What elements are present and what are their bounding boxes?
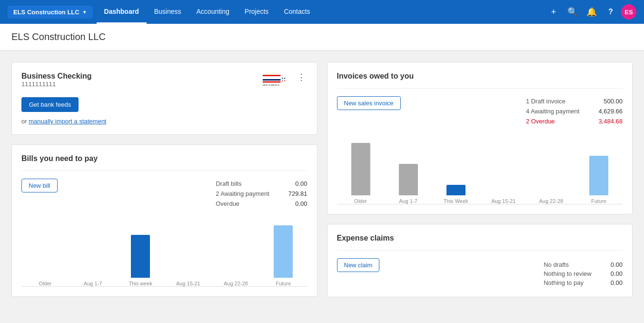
chart-group-aug-15-21: Aug 15-21 bbox=[480, 138, 527, 204]
svg-text:★: ★ bbox=[283, 80, 286, 82]
no-drafts-label: No drafts bbox=[544, 261, 569, 268]
svg-rect-0 bbox=[263, 75, 281, 76]
new-sales-invoice-button[interactable]: New sales invoice bbox=[337, 96, 401, 110]
bills-stats: Draft bills 0.00 2 Awaiting payment 729.… bbox=[216, 179, 307, 209]
svg-rect-3 bbox=[263, 81, 281, 83]
invoices-card: Invoices owed to you New sales invoice 1… bbox=[327, 62, 633, 214]
avatar[interactable]: ES bbox=[621, 4, 636, 20]
chart-group-this-week: This week bbox=[117, 220, 164, 286]
svg-text:BANK OF AMERICA: BANK OF AMERICA bbox=[263, 84, 279, 86]
notifications-button[interactable]: 🔔 bbox=[583, 3, 600, 20]
invoices-stats: 1 Draft invoice 500.00 4 Awaiting paymen… bbox=[526, 96, 623, 126]
bank-of-america-logo: ★ ★ ★ ★ BANK OF AMERICA bbox=[263, 72, 291, 86]
draft-bills-label: Draft bills bbox=[216, 180, 241, 187]
invoices-awaiting-amount: 4,629.66 bbox=[598, 108, 623, 115]
main-content: Business Checking 1111111111 ★ ★ ★ bbox=[0, 50, 644, 309]
nav-projects[interactable]: Projects bbox=[237, 0, 277, 24]
awaiting-payment-label: 2 Awaiting payment bbox=[216, 190, 269, 197]
overdue-label: Overdue bbox=[216, 200, 239, 207]
bills-card: Bills you need to pay New bill Draft bil… bbox=[11, 144, 317, 297]
import-statement-text: or manually import a statement bbox=[21, 118, 307, 125]
awaiting-payment-stat: 2 Awaiting payment 729.81 bbox=[216, 189, 307, 199]
add-button[interactable]: + bbox=[545, 3, 562, 20]
search-icon: 🔍 bbox=[567, 7, 578, 17]
chart-label: Future bbox=[276, 281, 291, 286]
new-bill-button[interactable]: New bill bbox=[21, 179, 58, 192]
bank-checking-card: Business Checking 1111111111 ★ ★ ★ bbox=[11, 62, 317, 135]
chart-group-aug-22-28: Aug 22-28 bbox=[527, 138, 575, 204]
page-title: ELS Construction LLC bbox=[11, 31, 633, 42]
invoices-overdue-stat: 2 Overdue 3,484.68 bbox=[526, 116, 623, 126]
expense-claims-title: Expense claims bbox=[337, 234, 623, 242]
chart-group-this-week: This Week bbox=[432, 138, 480, 204]
invoices-awaiting-stat: 4 Awaiting payment 4,629.66 bbox=[526, 106, 623, 116]
bell-icon: 🔔 bbox=[586, 7, 597, 17]
awaiting-payment-amount: 729.81 bbox=[288, 190, 307, 197]
invoices-card-title: Invoices owed to you bbox=[337, 72, 623, 81]
help-icon: ? bbox=[608, 8, 613, 16]
svg-rect-2 bbox=[263, 79, 281, 81]
chart-bar bbox=[399, 164, 418, 195]
draft-bills-stat: Draft bills 0.00 bbox=[216, 179, 307, 189]
chart-group-aug-15-21: Aug 15-21 bbox=[164, 220, 212, 286]
chart-label: This week bbox=[129, 281, 152, 286]
nav-dashboard[interactable]: Dashboard bbox=[97, 0, 147, 24]
chart-group-aug-1-7: Aug 1-7 bbox=[385, 138, 432, 204]
nav-accounting[interactable]: Accounting bbox=[189, 0, 237, 24]
bills-chart: OlderAug 1-7This weekAug 15-21Aug 22-28F… bbox=[21, 220, 307, 287]
expense-claims-card: Expense claims New claim No drafts 0.00 … bbox=[327, 224, 633, 297]
bank-title: Business Checking bbox=[21, 72, 92, 81]
chevron-down-icon: ▼ bbox=[82, 10, 87, 15]
nav-actions: + 🔍 🔔 ? ES bbox=[545, 3, 636, 20]
invoices-overdue-amount: 3,484.68 bbox=[598, 118, 623, 125]
chart-label: Older bbox=[39, 281, 52, 286]
overdue-amount: 0.00 bbox=[295, 200, 307, 207]
invoices-awaiting-label: 4 Awaiting payment bbox=[526, 108, 580, 115]
chart-bar bbox=[446, 185, 466, 195]
chart-label: Aug 1-7 bbox=[399, 198, 417, 204]
help-button[interactable]: ? bbox=[602, 3, 619, 20]
get-bank-feeds-button[interactable]: Get bank feeds bbox=[21, 97, 79, 112]
chart-label: Future bbox=[591, 198, 606, 204]
subheader: ELS Construction LLC bbox=[0, 24, 644, 50]
chart-label: Aug 1-7 bbox=[84, 281, 102, 286]
no-drafts-stat: No drafts 0.00 bbox=[544, 260, 623, 269]
chart-label: Aug 22-28 bbox=[539, 198, 563, 204]
draft-bills-amount: 0.00 bbox=[295, 180, 307, 187]
manually-import-link[interactable]: manually import a statement bbox=[29, 118, 106, 125]
chart-bar bbox=[589, 156, 608, 195]
chart-group-aug-1-7: Aug 1-7 bbox=[69, 220, 117, 286]
chart-bar bbox=[351, 143, 370, 195]
svg-text:★: ★ bbox=[283, 77, 286, 80]
expense-stats: No drafts 0.00 Nothing to review 0.00 No… bbox=[544, 260, 623, 287]
chart-label: Aug 22-28 bbox=[224, 281, 248, 286]
company-name: ELS Construction LLC bbox=[13, 9, 79, 16]
chart-label: Aug 15-21 bbox=[176, 281, 200, 286]
nothing-pay-amount: 0.00 bbox=[611, 279, 623, 286]
chart-group-future: Future bbox=[575, 138, 623, 204]
invoices-overdue-label: 2 Overdue bbox=[526, 118, 555, 125]
nav-links: Dashboard Business Accounting Projects C… bbox=[97, 0, 545, 24]
nothing-review-label: Nothing to review bbox=[544, 270, 591, 277]
chart-group-older: Older bbox=[21, 220, 69, 286]
draft-invoice-label: 1 Draft invoice bbox=[526, 98, 565, 105]
search-button[interactable]: 🔍 bbox=[564, 3, 581, 20]
chart-group-older: Older bbox=[337, 138, 385, 204]
top-navigation: ELS Construction LLC ▼ Dashboard Busines… bbox=[0, 0, 644, 24]
nothing-review-stat: Nothing to review 0.00 bbox=[544, 269, 623, 278]
new-claim-button[interactable]: New claim bbox=[337, 258, 380, 272]
company-switcher[interactable]: ELS Construction LLC ▼ bbox=[8, 6, 93, 19]
bank-menu-button[interactable]: ⋮ bbox=[295, 72, 307, 82]
chart-label: This Week bbox=[444, 198, 468, 204]
nav-contacts[interactable]: Contacts bbox=[276, 0, 317, 24]
chart-group-aug-22-28: Aug 22-28 bbox=[212, 220, 259, 286]
svg-rect-1 bbox=[263, 77, 281, 79]
overdue-stat: Overdue 0.00 bbox=[216, 199, 307, 209]
nav-business[interactable]: Business bbox=[147, 0, 189, 24]
chart-bar bbox=[274, 225, 293, 278]
nothing-review-amount: 0.00 bbox=[611, 270, 623, 277]
chart-bar bbox=[131, 235, 150, 278]
bank-account-number: 1111111111 bbox=[21, 81, 92, 88]
no-drafts-amount: 0.00 bbox=[611, 261, 623, 268]
bills-card-title: Bills you need to pay bbox=[21, 154, 307, 163]
